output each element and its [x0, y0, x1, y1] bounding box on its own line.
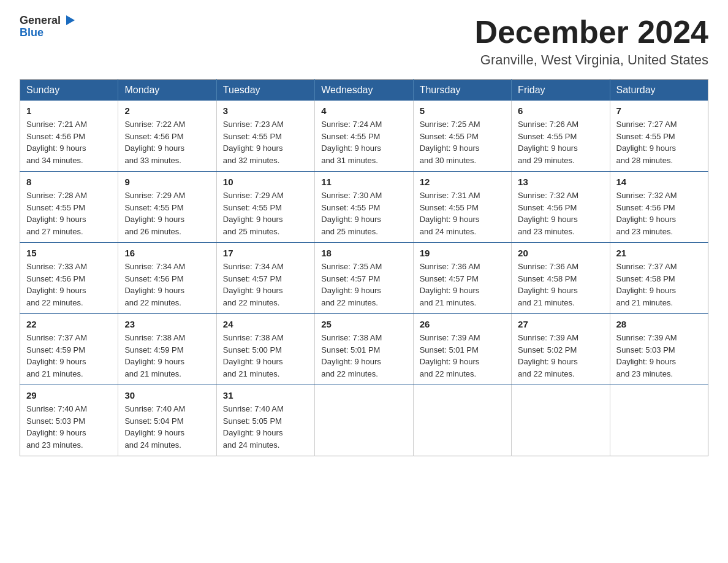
table-row: 15 Sunrise: 7:33 AM Sunset: 4:56 PM Dayl…	[20, 243, 118, 314]
calendar-week-row: 8 Sunrise: 7:28 AM Sunset: 4:55 PM Dayli…	[20, 172, 708, 243]
calendar-week-row: 1 Sunrise: 7:21 AM Sunset: 4:56 PM Dayli…	[20, 101, 708, 172]
day-info: Sunrise: 7:36 AM Sunset: 4:58 PM Dayligh…	[518, 261, 603, 308]
day-number: 27	[518, 319, 603, 329]
day-info: Sunrise: 7:34 AM Sunset: 4:56 PM Dayligh…	[124, 261, 210, 308]
day-info: Sunrise: 7:22 AM Sunset: 4:56 PM Dayligh…	[124, 118, 210, 166]
table-row: 20 Sunrise: 7:36 AM Sunset: 4:58 PM Dayl…	[512, 243, 610, 314]
day-info: Sunrise: 7:27 AM Sunset: 4:55 PM Dayligh…	[616, 118, 702, 166]
day-info: Sunrise: 7:25 AM Sunset: 4:55 PM Dayligh…	[420, 118, 505, 166]
day-number: 20	[518, 248, 603, 258]
table-row: 29 Sunrise: 7:40 AM Sunset: 5:03 PM Dayl…	[20, 385, 118, 456]
calendar-week-row: 15 Sunrise: 7:33 AM Sunset: 4:56 PM Dayl…	[20, 243, 708, 314]
day-info: Sunrise: 7:37 AM Sunset: 4:59 PM Dayligh…	[26, 332, 112, 380]
calendar-table: Sunday Monday Tuesday Wednesday Thursday…	[20, 79, 708, 456]
day-info: Sunrise: 7:40 AM Sunset: 5:05 PM Dayligh…	[223, 403, 308, 451]
page-header: General Blue December 2024 Granville, We…	[20, 15, 708, 68]
day-info: Sunrise: 7:34 AM Sunset: 4:57 PM Dayligh…	[223, 261, 308, 308]
month-title: December 2024	[474, 15, 708, 50]
day-info: Sunrise: 7:39 AM Sunset: 5:02 PM Dayligh…	[518, 332, 603, 380]
day-number: 3	[223, 105, 308, 116]
day-info: Sunrise: 7:38 AM Sunset: 4:59 PM Dayligh…	[124, 332, 210, 380]
day-number: 11	[321, 177, 406, 187]
day-number: 9	[124, 177, 210, 187]
day-info: Sunrise: 7:28 AM Sunset: 4:55 PM Dayligh…	[26, 190, 112, 237]
day-info: Sunrise: 7:40 AM Sunset: 5:03 PM Dayligh…	[26, 403, 112, 451]
table-row: 7 Sunrise: 7:27 AM Sunset: 4:55 PM Dayli…	[610, 101, 708, 172]
day-number: 8	[26, 177, 112, 187]
day-number: 16	[124, 248, 210, 258]
day-number: 23	[124, 319, 210, 329]
header-wednesday: Wednesday	[315, 80, 413, 101]
location-title: Granville, West Virginia, United States	[474, 52, 708, 68]
table-row: 21 Sunrise: 7:37 AM Sunset: 4:58 PM Dayl…	[610, 243, 708, 314]
day-number: 30	[124, 390, 210, 400]
table-row: 18 Sunrise: 7:35 AM Sunset: 4:57 PM Dayl…	[315, 243, 413, 314]
header-tuesday: Tuesday	[216, 80, 314, 101]
day-number: 12	[420, 177, 505, 187]
table-row: 28 Sunrise: 7:39 AM Sunset: 5:03 PM Dayl…	[610, 314, 708, 385]
table-row: 3 Sunrise: 7:23 AM Sunset: 4:55 PM Dayli…	[216, 101, 314, 172]
day-number: 7	[616, 105, 702, 116]
table-row: 4 Sunrise: 7:24 AM Sunset: 4:55 PM Dayli…	[315, 101, 413, 172]
table-row: 16 Sunrise: 7:34 AM Sunset: 4:56 PM Dayl…	[118, 243, 216, 314]
day-number: 1	[26, 105, 112, 116]
logo-blue-text: Blue	[20, 27, 44, 39]
calendar-week-row: 29 Sunrise: 7:40 AM Sunset: 5:03 PM Dayl…	[20, 385, 708, 456]
logo: General Blue	[20, 15, 76, 39]
table-row: 30 Sunrise: 7:40 AM Sunset: 5:04 PM Dayl…	[118, 385, 216, 456]
table-row	[512, 385, 610, 456]
table-row: 26 Sunrise: 7:39 AM Sunset: 5:01 PM Dayl…	[413, 314, 511, 385]
day-info: Sunrise: 7:23 AM Sunset: 4:55 PM Dayligh…	[223, 118, 308, 166]
day-number: 26	[420, 319, 505, 329]
day-info: Sunrise: 7:33 AM Sunset: 4:56 PM Dayligh…	[26, 261, 112, 308]
day-number: 18	[321, 248, 406, 258]
day-info: Sunrise: 7:37 AM Sunset: 4:58 PM Dayligh…	[616, 261, 702, 308]
day-number: 31	[223, 390, 308, 400]
header-sunday: Sunday	[20, 80, 118, 101]
table-row: 11 Sunrise: 7:30 AM Sunset: 4:55 PM Dayl…	[315, 172, 413, 243]
day-info: Sunrise: 7:38 AM Sunset: 5:00 PM Dayligh…	[223, 332, 308, 380]
table-row: 5 Sunrise: 7:25 AM Sunset: 4:55 PM Dayli…	[413, 101, 511, 172]
day-number: 22	[26, 319, 112, 329]
day-info: Sunrise: 7:39 AM Sunset: 5:03 PM Dayligh…	[616, 332, 702, 380]
day-number: 21	[616, 248, 702, 258]
day-number: 15	[26, 248, 112, 258]
day-number: 6	[518, 105, 603, 116]
header-monday: Monday	[118, 80, 216, 101]
logo-arrow-icon	[63, 13, 76, 27]
day-info: Sunrise: 7:38 AM Sunset: 5:01 PM Dayligh…	[321, 332, 406, 380]
day-info: Sunrise: 7:36 AM Sunset: 4:57 PM Dayligh…	[420, 261, 505, 308]
day-info: Sunrise: 7:40 AM Sunset: 5:04 PM Dayligh…	[124, 403, 210, 451]
day-number: 5	[420, 105, 505, 116]
table-row: 6 Sunrise: 7:26 AM Sunset: 4:55 PM Dayli…	[512, 101, 610, 172]
day-info: Sunrise: 7:39 AM Sunset: 5:01 PM Dayligh…	[420, 332, 505, 380]
day-number: 10	[223, 177, 308, 187]
table-row	[610, 385, 708, 456]
header-friday: Friday	[512, 80, 610, 101]
table-row: 22 Sunrise: 7:37 AM Sunset: 4:59 PM Dayl…	[20, 314, 118, 385]
calendar-week-row: 22 Sunrise: 7:37 AM Sunset: 4:59 PM Dayl…	[20, 314, 708, 385]
day-number: 17	[223, 248, 308, 258]
table-row: 2 Sunrise: 7:22 AM Sunset: 4:56 PM Dayli…	[118, 101, 216, 172]
weekday-header-row: Sunday Monday Tuesday Wednesday Thursday…	[20, 80, 708, 101]
table-row: 25 Sunrise: 7:38 AM Sunset: 5:01 PM Dayl…	[315, 314, 413, 385]
day-info: Sunrise: 7:35 AM Sunset: 4:57 PM Dayligh…	[321, 261, 406, 308]
header-saturday: Saturday	[610, 80, 708, 101]
day-number: 2	[124, 105, 210, 116]
day-number: 19	[420, 248, 505, 258]
day-info: Sunrise: 7:29 AM Sunset: 4:55 PM Dayligh…	[124, 190, 210, 237]
day-info: Sunrise: 7:32 AM Sunset: 4:56 PM Dayligh…	[616, 190, 702, 237]
day-info: Sunrise: 7:30 AM Sunset: 4:55 PM Dayligh…	[321, 190, 406, 237]
day-info: Sunrise: 7:24 AM Sunset: 4:55 PM Dayligh…	[321, 118, 406, 166]
table-row: 1 Sunrise: 7:21 AM Sunset: 4:56 PM Dayli…	[20, 101, 118, 172]
title-area: December 2024 Granville, West Virginia, …	[474, 15, 708, 68]
day-info: Sunrise: 7:31 AM Sunset: 4:55 PM Dayligh…	[420, 190, 505, 237]
table-row: 12 Sunrise: 7:31 AM Sunset: 4:55 PM Dayl…	[413, 172, 511, 243]
table-row: 10 Sunrise: 7:29 AM Sunset: 4:55 PM Dayl…	[216, 172, 314, 243]
day-info: Sunrise: 7:21 AM Sunset: 4:56 PM Dayligh…	[26, 118, 112, 166]
day-number: 24	[223, 319, 308, 329]
day-number: 28	[616, 319, 702, 329]
day-number: 13	[518, 177, 603, 187]
table-row: 31 Sunrise: 7:40 AM Sunset: 5:05 PM Dayl…	[216, 385, 314, 456]
day-number: 14	[616, 177, 702, 187]
